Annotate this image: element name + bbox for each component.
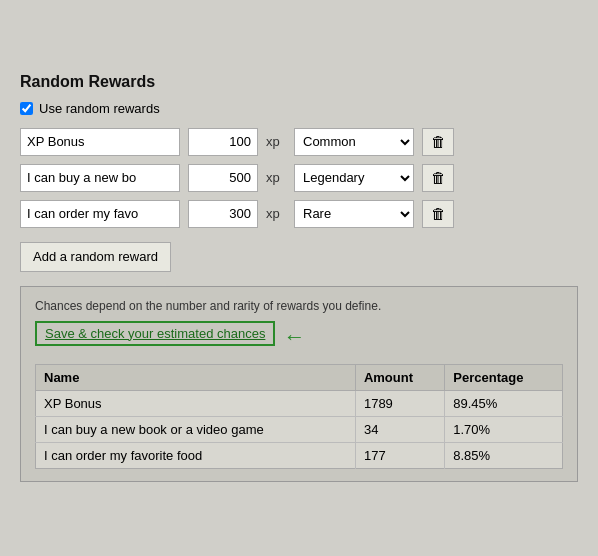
reward-row: xpCommonLegendaryRareEpicUncommon🗑 bbox=[20, 200, 578, 228]
table-cell-name: I can order my favorite food bbox=[36, 442, 356, 468]
arrow-icon: ← bbox=[283, 324, 305, 350]
info-box: Chances depend on the number and rarity … bbox=[20, 286, 578, 482]
table-cell-name: XP Bonus bbox=[36, 390, 356, 416]
reward-row: xpCommonLegendaryRareEpicUncommon🗑 bbox=[20, 164, 578, 192]
add-reward-button[interactable]: Add a random reward bbox=[20, 242, 171, 272]
table-cell-amount: 34 bbox=[355, 416, 444, 442]
save-link[interactable]: Save & check your estimated chances bbox=[45, 326, 265, 341]
delete-reward-button-1[interactable]: 🗑 bbox=[422, 164, 454, 192]
table-header-row: Name Amount Percentage bbox=[36, 364, 563, 390]
use-random-rewards-label: Use random rewards bbox=[39, 101, 160, 116]
rarity-select-2[interactable]: CommonLegendaryRareEpicUncommon bbox=[294, 200, 414, 228]
rarity-select-0[interactable]: CommonLegendaryRareEpicUncommon bbox=[294, 128, 414, 156]
save-link-wrapper: Save & check your estimated chances bbox=[35, 321, 275, 346]
reward-name-input-2[interactable] bbox=[20, 200, 180, 228]
table-cell-amount: 177 bbox=[355, 442, 444, 468]
table-row: XP Bonus178989.45% bbox=[36, 390, 563, 416]
col-name-header: Name bbox=[36, 364, 356, 390]
delete-reward-button-2[interactable]: 🗑 bbox=[422, 200, 454, 228]
reward-amount-input-2[interactable] bbox=[188, 200, 258, 228]
delete-reward-button-0[interactable]: 🗑 bbox=[422, 128, 454, 156]
page-title: Random Rewards bbox=[20, 73, 578, 91]
random-rewards-panel: Random Rewards Use random rewards xpComm… bbox=[0, 55, 598, 502]
rarity-select-1[interactable]: CommonLegendaryRareEpicUncommon bbox=[294, 164, 414, 192]
reward-amount-input-1[interactable] bbox=[188, 164, 258, 192]
use-random-rewards-checkbox[interactable] bbox=[20, 102, 33, 115]
chances-table: Name Amount Percentage XP Bonus178989.45… bbox=[35, 364, 563, 469]
table-cell-percentage: 89.45% bbox=[445, 390, 563, 416]
reward-amount-input-0[interactable] bbox=[188, 128, 258, 156]
xp-label-0: xp bbox=[266, 134, 286, 149]
use-random-rewards-row: Use random rewards bbox=[20, 101, 578, 116]
reward-name-input-0[interactable] bbox=[20, 128, 180, 156]
table-cell-percentage: 1.70% bbox=[445, 416, 563, 442]
table-cell-name: I can buy a new book or a video game bbox=[36, 416, 356, 442]
table-row: I can order my favorite food1778.85% bbox=[36, 442, 563, 468]
col-pct-header: Percentage bbox=[445, 364, 563, 390]
table-row: I can buy a new book or a video game341.… bbox=[36, 416, 563, 442]
rewards-list: xpCommonLegendaryRareEpicUncommon🗑xpComm… bbox=[20, 128, 578, 228]
xp-label-1: xp bbox=[266, 170, 286, 185]
table-cell-amount: 1789 bbox=[355, 390, 444, 416]
save-link-row: Save & check your estimated chances ← bbox=[35, 321, 563, 354]
table-cell-percentage: 8.85% bbox=[445, 442, 563, 468]
reward-name-input-1[interactable] bbox=[20, 164, 180, 192]
table-body: XP Bonus178989.45%I can buy a new book o… bbox=[36, 390, 563, 468]
col-amount-header: Amount bbox=[355, 364, 444, 390]
xp-label-2: xp bbox=[266, 206, 286, 221]
reward-row: xpCommonLegendaryRareEpicUncommon🗑 bbox=[20, 128, 578, 156]
info-text: Chances depend on the number and rarity … bbox=[35, 299, 563, 313]
